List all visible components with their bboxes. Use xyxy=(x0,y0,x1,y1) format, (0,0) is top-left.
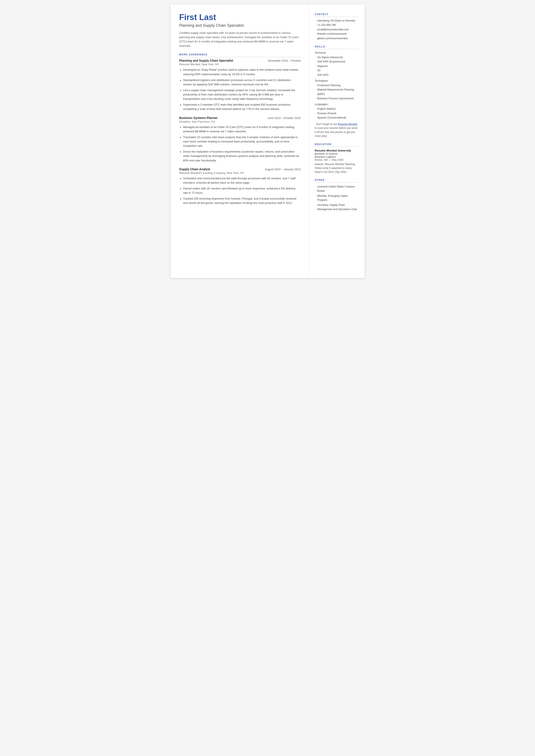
other-label: OTHER xyxy=(315,179,358,182)
job-bullets-0: Developed an "Easy Retail" product used … xyxy=(179,68,301,111)
job-company-1: Growthsi, San Francisco, CA xyxy=(179,120,301,123)
contact-1: +1-234-456-789 xyxy=(315,23,358,27)
skills-languages-list: English (Native) Russian (Fluent) Spanis… xyxy=(315,107,358,120)
contact-label: CONTACT xyxy=(315,13,358,17)
job-company-0: Resume Worded, New York, NY xyxy=(179,63,301,66)
promo-before: · Don't forget to use xyxy=(315,123,338,126)
promo-after: to scan your resume before you send it o… xyxy=(315,126,357,137)
contact-0: Harrisburg, PA (Open to Remote) xyxy=(315,18,358,23)
job-company-2: Resume Worded's Exciting Company, New Yo… xyxy=(179,171,301,175)
promo-link[interactable]: Resume Worded xyxy=(338,123,357,126)
job-block-0: Planning and Supply Chain Specialist Nov… xyxy=(179,59,301,111)
skills-languages-label: Languages:: xyxy=(315,103,358,106)
job-title-2: Supply Chain Analyst xyxy=(179,167,210,171)
bullet-2-1: Placed orders with 2K vendors and follow… xyxy=(179,186,301,195)
job-bullets-1: Managed all activities of an Order-To-Ca… xyxy=(179,125,301,163)
skill-tech-1: SAP ERP (Experienced) xyxy=(315,60,358,64)
skills-label: SKILLS xyxy=(315,45,358,49)
job-header-1: Business Systems Planner June 2013 – Oct… xyxy=(179,116,301,120)
left-column: First Last Planning and Supply Chain Spe… xyxy=(171,4,309,278)
education-label: EDUCATION xyxy=(315,143,358,147)
skill-tech-2: Segment xyxy=(315,64,358,68)
bullet-1-2: Drove the realization of business requir… xyxy=(179,150,301,162)
skill-lang-1: Russian (Fluent) xyxy=(315,111,358,116)
skills-technical-label: Technical: xyxy=(315,51,358,54)
job-header-0: Planning and Supply Chain Specialist Nov… xyxy=(179,59,301,62)
skills-techniques-label: Techniques: xyxy=(315,79,358,82)
bullet-0-2: Led a supply chain management strategic … xyxy=(179,88,301,101)
right-column: CONTACT Harrisburg, PA (Open to Remote) … xyxy=(309,4,365,278)
skills-technical-list: Six Sigma (Advanced) SAP ERP (Experience… xyxy=(315,55,358,77)
skill-tech2-1: Material Requirements Planning (MRP) xyxy=(315,88,358,96)
bullet-0-3: Supervised a 2-member OTC team that iden… xyxy=(179,102,301,111)
skill-lang-0: English (Native) xyxy=(315,107,358,111)
bullet-2-2: Tracked 200 incoming shipments from Icel… xyxy=(179,197,301,205)
skill-lang-2: Spanish (Conversational) xyxy=(315,116,358,120)
summary: Certified supply chain specialist with 1… xyxy=(179,31,301,48)
bullet-0-0: Developed an "Easy Retail" product used … xyxy=(179,68,301,76)
work-experience-section: WORK EXPERIENCE Planning and Supply Chai… xyxy=(179,53,301,205)
skills-techniques-list: Production Planning Material Requirement… xyxy=(315,83,358,101)
contact-4: github.com/resumeworded xyxy=(315,36,358,41)
work-experience-label: WORK EXPERIENCE xyxy=(179,53,301,57)
job-dates-2: August 2010 – January 2013 xyxy=(265,168,300,171)
edu-name: Resume Worded University xyxy=(315,149,358,152)
job-bullets-2: Scheduled and communicated pre-bid walk-… xyxy=(179,176,301,205)
education-block: Resume Worded University Bachelor of Sci… xyxy=(315,149,358,174)
bullet-1-1: Translated 15 complex inter-team project… xyxy=(179,135,301,148)
contact-2: email@resumeworded.com xyxy=(315,27,358,32)
contact-3: linkedin.com/in/username xyxy=(315,32,358,36)
bullet-2-0: Scheduled and communicated pre-bid walk-… xyxy=(179,176,301,185)
job-title-0: Planning and Supply Chain Specialist xyxy=(179,59,233,62)
skill-tech2-0: Production Planning xyxy=(315,83,358,88)
other-0: Licensed United States Customs Broker. xyxy=(315,185,358,193)
promo-text: · Don't forget to use Resume Worded to s… xyxy=(315,122,358,138)
edu-awards: Awards: Resume Worded Teaching Fellow (o… xyxy=(315,162,358,174)
bullet-0-1: Standardized logistics and distribution … xyxy=(179,78,301,87)
skill-tech-4: SAP APO xyxy=(315,73,358,77)
other-1: Member, Emerging Leader Program. xyxy=(315,194,358,203)
edu-date: Boston, MA — May 2009 xyxy=(315,158,358,161)
name: First Last xyxy=(179,13,301,22)
resume-page: First Last Planning and Supply Chain Spe… xyxy=(171,4,365,278)
skill-tech-3: 5S xyxy=(315,68,358,72)
skill-tech2-2: Business Process Improvement xyxy=(315,96,358,101)
job-header-2: Supply Chain Analyst August 2010 – Janua… xyxy=(179,167,301,171)
job-dates-0: November 2015 – Present xyxy=(268,59,301,62)
contact-list: Harrisburg, PA (Open to Remote) +1-234-4… xyxy=(315,18,358,41)
other-list: Licensed United States Customs Broker. M… xyxy=(315,185,358,211)
job-dates-1: June 2013 – October 2015 xyxy=(268,116,301,120)
skill-tech-0: Six Sigma (Advanced) xyxy=(315,55,358,60)
job-title: Planning and Supply Chain Specialist xyxy=(179,23,301,28)
other-2: Secretary, Supply Chain Management and O… xyxy=(315,203,358,211)
edu-field: Business Logistics xyxy=(315,155,358,158)
edu-degree: Bachelor of Science xyxy=(315,153,358,155)
job-title-1: Business Systems Planner xyxy=(179,116,218,120)
bullet-1-0: Managed all activities of an Order-To-Ca… xyxy=(179,125,301,134)
job-block-1: Business Systems Planner June 2013 – Oct… xyxy=(179,116,301,163)
job-block-2: Supply Chain Analyst August 2010 – Janua… xyxy=(179,167,301,205)
